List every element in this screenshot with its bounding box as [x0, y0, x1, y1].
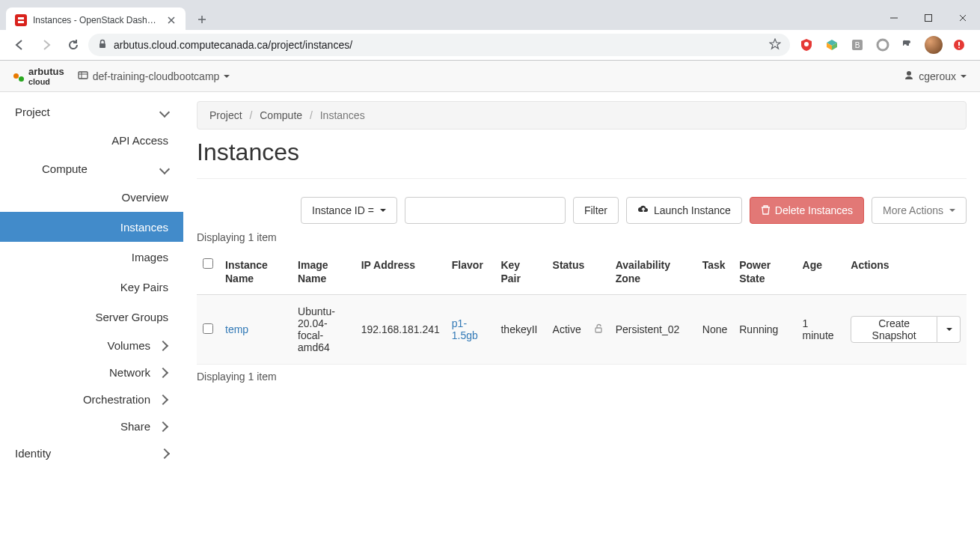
- toolbar: Instance ID = Filter Launch Instance Del…: [197, 197, 967, 224]
- new-tab-button[interactable]: [192, 9, 212, 30]
- filter-field-select[interactable]: Instance ID =: [301, 197, 397, 224]
- col-key-pair[interactable]: Key Pair: [494, 249, 546, 295]
- bookmark-star-icon[interactable]: [769, 38, 781, 52]
- sidebar-label: Compute: [42, 162, 88, 175]
- create-snapshot-button[interactable]: Create Snapshot: [851, 316, 937, 343]
- logo-mark-icon: [13, 71, 24, 82]
- col-flavor[interactable]: Flavor: [446, 249, 495, 295]
- browser-tab[interactable]: Instances - OpenStack Dashboard: [6, 7, 186, 33]
- row-action-split: Create Snapshot: [851, 316, 961, 343]
- sidebar-item-overview[interactable]: Overview: [0, 182, 183, 212]
- col-instance-name[interactable]: Instance Name: [219, 249, 292, 295]
- sidebar-label: Overview: [121, 191, 168, 204]
- caret-down-icon: [961, 75, 967, 78]
- svg-rect-12: [595, 328, 601, 332]
- filter-input[interactable]: [405, 197, 566, 224]
- sidebar-item-orchestration[interactable]: Orchestration: [0, 386, 183, 412]
- svg-rect-2: [925, 15, 932, 22]
- cell-task: None: [696, 295, 733, 365]
- close-window-button[interactable]: [946, 6, 980, 30]
- lock-icon: [97, 39, 108, 52]
- tab-bar: Instances - OpenStack Dashboard: [0, 0, 980, 30]
- divider: [197, 178, 967, 179]
- maximize-button[interactable]: [911, 6, 946, 30]
- col-task[interactable]: Task: [696, 249, 733, 295]
- user-menu[interactable]: cgeroux: [904, 70, 967, 82]
- browser-chrome: Instances - OpenStack Dashboard arbutus.…: [0, 0, 980, 61]
- sidebar-label: Server Groups: [95, 311, 168, 323]
- minimize-button[interactable]: [877, 6, 911, 30]
- col-image-name[interactable]: Image Name: [292, 249, 355, 295]
- delete-instances-button[interactable]: Delete Instances: [750, 197, 864, 224]
- extension-icon-circle[interactable]: [874, 36, 892, 54]
- filter-field-label: Instance ID =: [312, 204, 374, 216]
- sidebar-item-share[interactable]: Share: [0, 412, 183, 439]
- domain-icon: [78, 70, 88, 82]
- openstack-favicon: [15, 14, 27, 26]
- sidebar-item-images[interactable]: Images: [0, 242, 183, 272]
- tab-close-icon[interactable]: [166, 15, 177, 25]
- filter-button[interactable]: Filter: [573, 197, 619, 224]
- sidebar-item-network[interactable]: Network: [0, 359, 183, 386]
- back-button[interactable]: [7, 33, 31, 57]
- row-checkbox[interactable]: [203, 323, 213, 334]
- unlock-icon[interactable]: [587, 295, 610, 365]
- extension-icon-red-circle[interactable]: [950, 36, 968, 54]
- breadcrumb-project[interactable]: Project: [209, 109, 242, 121]
- table-row: temp Ubuntu-20.04-focal-amd64 192.168.18…: [197, 295, 967, 365]
- brand-sub: cloud: [28, 77, 50, 86]
- col-az[interactable]: Availability Zone: [610, 249, 696, 295]
- forward-button[interactable]: [34, 33, 58, 57]
- col-ip[interactable]: IP Address: [355, 249, 446, 295]
- col-power[interactable]: Power State: [733, 249, 796, 295]
- project-selector[interactable]: def-training-cloudbootcamp: [78, 70, 230, 82]
- extension-icon-cube[interactable]: [823, 36, 841, 54]
- more-actions-button[interactable]: More Actions: [872, 197, 967, 224]
- chevron-right-icon: [161, 447, 168, 460]
- svg-point-9: [958, 47, 960, 49]
- flavor-link[interactable]: p1-1.5gb: [452, 317, 478, 341]
- profile-avatar[interactable]: [925, 36, 943, 54]
- sidebar-label: Project: [15, 106, 50, 118]
- chevron-right-icon: [159, 339, 167, 352]
- sidebar-item-identity[interactable]: Identity: [0, 439, 183, 466]
- breadcrumb-current: Instances: [320, 109, 365, 121]
- sidebar-item-instances[interactable]: Instances: [0, 212, 183, 242]
- extension-icon-red-shield[interactable]: [797, 36, 815, 54]
- sidebar-item-server-groups[interactable]: Server Groups: [0, 302, 183, 332]
- breadcrumb-compute[interactable]: Compute: [260, 109, 302, 121]
- arbutus-logo[interactable]: arbutus cloud: [13, 67, 64, 86]
- select-all-checkbox[interactable]: [203, 258, 213, 269]
- extension-icons: B: [793, 36, 973, 54]
- sidebar: Project API Access Compute Overview Inst…: [0, 92, 183, 466]
- extensions-puzzle-icon[interactable]: [899, 36, 917, 54]
- reload-button[interactable]: [61, 33, 85, 57]
- brand-name: arbutus: [28, 66, 64, 77]
- row-action-more[interactable]: [937, 316, 961, 343]
- svg-point-11: [907, 71, 911, 76]
- project-name: def-training-cloudbootcamp: [93, 70, 220, 82]
- displaying-count-bottom: Displaying 1 item: [197, 371, 967, 383]
- sidebar-label: Orchestration: [83, 393, 150, 406]
- sidebar-item-volumes[interactable]: Volumes: [0, 332, 183, 359]
- launch-instance-button[interactable]: Launch Instance: [626, 197, 742, 224]
- url-bar[interactable]: arbutus.cloud.computecanada.ca/project/i…: [88, 34, 790, 56]
- sidebar-item-compute[interactable]: Compute: [0, 155, 183, 182]
- sidebar-item-api-access[interactable]: API Access: [0, 125, 183, 155]
- col-status[interactable]: Status: [547, 249, 610, 295]
- breadcrumb-sep: /: [310, 109, 313, 121]
- cell-image: Ubuntu-20.04-focal-amd64: [292, 295, 355, 365]
- cloud-upload-icon: [637, 204, 649, 217]
- cell-power: Running: [733, 295, 796, 365]
- sidebar-item-project[interactable]: Project: [0, 98, 183, 125]
- main-content: Project / Compute / Instances Instances …: [183, 92, 980, 466]
- caret-down-icon: [224, 75, 230, 78]
- sidebar-label: API Access: [111, 134, 168, 147]
- username: cgeroux: [919, 70, 956, 82]
- sidebar-item-key-pairs[interactable]: Key Pairs: [0, 272, 183, 302]
- cell-keypair: thekeyII: [494, 295, 546, 365]
- cell-ip: 192.168.181.241: [355, 295, 446, 365]
- instance-name-link[interactable]: temp: [225, 323, 248, 335]
- extension-icon-b[interactable]: B: [848, 36, 866, 54]
- col-age[interactable]: Age: [797, 249, 845, 295]
